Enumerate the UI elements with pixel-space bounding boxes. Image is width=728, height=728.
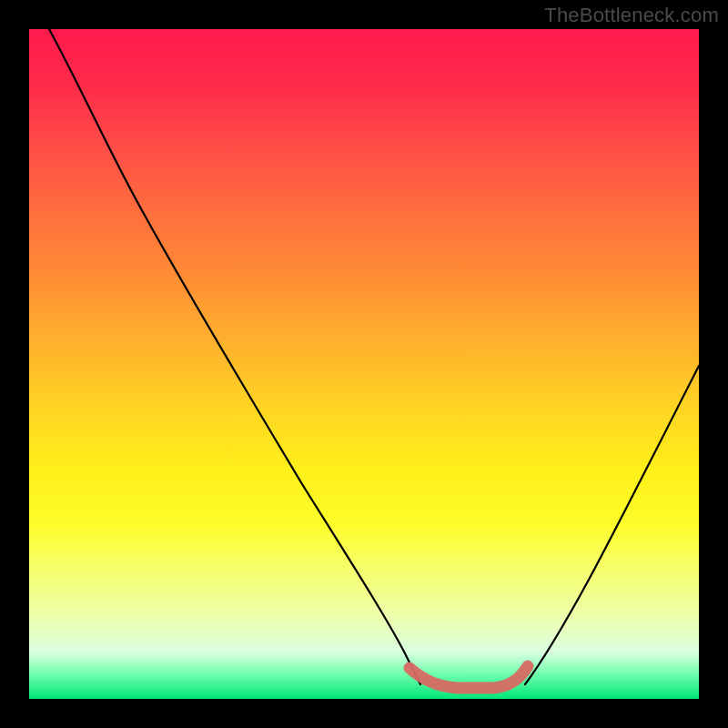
- plot-area: [29, 29, 699, 699]
- curve-layer: [29, 29, 699, 699]
- right-curve: [525, 366, 699, 684]
- watermark-text: TheBottleneck.com: [544, 4, 719, 27]
- chart-frame: TheBottleneck.com: [0, 0, 728, 728]
- left-curve: [49, 29, 420, 684]
- valley-marker: [410, 666, 528, 688]
